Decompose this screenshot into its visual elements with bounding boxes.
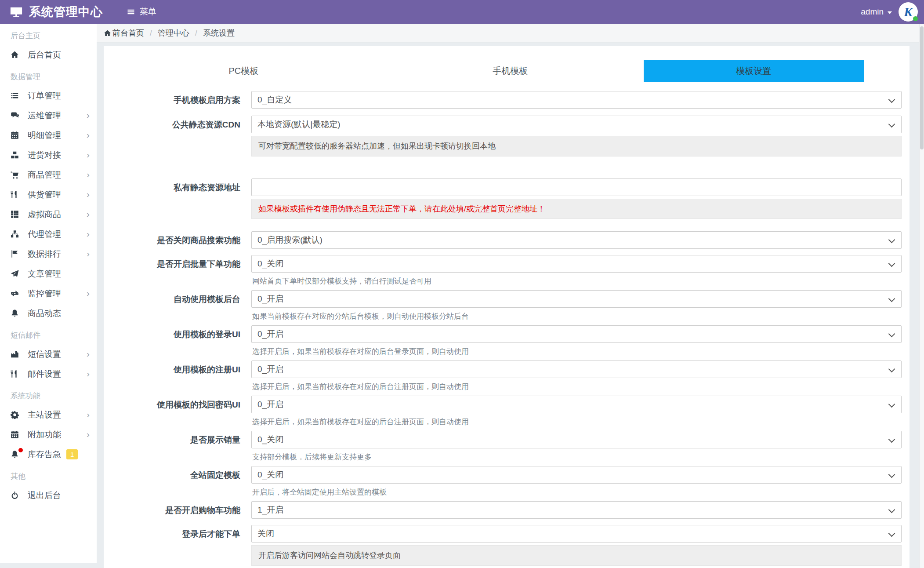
select-value: 1_开启 [257,504,283,516]
vertical-scrollbar[interactable] [919,24,924,568]
sidebar-section-label: 数据管理 [0,65,97,86]
field-label: 是否开启批量下单功能 [104,255,251,286]
menu-toggle[interactable]: 菜单 [127,6,156,18]
sidebar-section-label: 其他 [0,464,97,485]
select-value: 0_关闭 [257,434,283,445]
sidebar-item[interactable]: 后台首页 [0,45,97,65]
select-field[interactable]: 0_关闭 [251,255,902,273]
paper-plane-icon [11,269,21,278]
top-navbar: 系统管理中心 菜单 admin K [0,0,924,24]
text-input[interactable] [251,178,902,196]
breadcrumb-item[interactable]: 管理中心 [158,29,189,37]
select-value: 0_开启 [257,293,283,305]
sidebar-item[interactable]: 文章管理 [0,264,97,284]
sidebar-item[interactable]: 附加功能› [0,425,97,444]
form-row: 公共静态资源CDN本地资源(默认|最稳定)可对带宽配置较低的服务器站点加速，但如… [104,116,902,157]
select-field[interactable]: 0_开启 [251,396,902,413]
scrollbar-thumb[interactable] [920,26,924,149]
app-title: 系统管理中心 [29,4,103,20]
count-badge: 1 [66,449,78,459]
main-content: PC模板手机模板模板设置 手机模板启用方案0_自定义公共静态资源CDN本地资源(… [97,43,924,568]
sidebar-item[interactable]: 商品动态 [0,303,97,323]
bell-icon [11,309,21,317]
cutlery-icon [11,190,21,199]
sidebar-item-label: 文章管理 [28,268,61,280]
field-control: 0_开启选择开启后，如果当前模板存在对应的后台注册页面，则自动使用 [251,396,902,427]
select-field[interactable]: 0_启用搜索(默认) [251,231,902,249]
breadcrumb-home[interactable]: 前台首页 [104,28,144,38]
user-menu[interactable]: admin [861,7,892,17]
sidebar-item-label: 运维管理 [28,110,61,121]
field-label: 使用模板的登录UI [104,325,251,357]
field-label: 是否展示销量 [104,431,251,462]
field-label: 私有静态资源地址 [104,178,251,219]
chevron-right-icon: › [87,189,90,200]
avatar[interactable]: K [899,2,918,22]
field-control: 1_开启 [251,501,902,519]
sidebar-item[interactable]: 监控管理› [0,284,97,303]
form-row: 登录后才能下单关闭开启后游客访问网站会自动跳转登录页面 [104,525,902,566]
field-control: 0_开启选择开启后，如果当前模板存在对应的后台登录页面，则自动使用 [251,325,902,357]
tab[interactable]: 手机模板 [377,60,644,82]
sidebar-item[interactable]: 订单管理 [0,86,97,106]
select-field[interactable]: 关闭 [251,525,902,543]
select-value: 0_开启 [257,328,283,340]
flag-icon [11,250,21,258]
sidebar-item-label: 虚拟商品 [28,209,61,220]
calendar-icon [11,430,21,439]
select-field[interactable]: 0_开启 [251,325,902,343]
sidebar-item[interactable]: 主站设置› [0,405,97,425]
field-label: 手机模板启用方案 [104,91,251,109]
power-icon [11,491,21,499]
select-field[interactable]: 0_关闭 [251,466,902,484]
field-control: 如果模板或插件有使用伪静态且无法正常下单，请在此处填/或完整首页完整地址！ [251,178,902,219]
field-control: 0_关闭开启后，将全站固定使用主站设置的模板 [251,466,902,497]
sidebar-item[interactable]: 邮件设置› [0,364,97,384]
select-value: 0_自定义 [257,94,292,106]
tab[interactable]: 模板设置 [644,60,864,82]
sidebar-item[interactable]: 运维管理› [0,106,97,125]
sidebar-item[interactable]: 代理管理› [0,224,97,244]
monitor-icon [10,5,23,18]
select-field[interactable]: 1_开启 [251,501,902,519]
field-control: 0_自定义 [251,91,902,109]
chevron-right-icon: › [87,130,90,141]
chevron-right-icon: › [87,288,90,299]
sidebar-item-label: 商品管理 [28,169,61,181]
sidebar-item[interactable]: 数据排行› [0,244,97,264]
breadcrumb-item: 系统设置 [203,29,235,37]
form-row: 是否开启购物车功能1_开启 [104,501,902,519]
field-help-text: 如果当前模板存在对应的分站后台模板，则自动使用模板分站后台 [252,311,902,321]
breadcrumb-separator: / [195,29,197,37]
select-field[interactable]: 0_自定义 [251,91,902,109]
menu-toggle-label: 菜单 [140,6,156,18]
breadcrumb: 前台首页 /管理中心/系统设置 [97,24,924,43]
alert-dot [18,448,23,452]
sidebar-item[interactable]: 进货对接› [0,145,97,165]
field-help-text: 如果模板或插件有使用伪静态且无法正常下单，请在此处填/或完整首页完整地址！ [251,199,902,219]
hamburger-icon [127,7,135,16]
select-field[interactable]: 0_关闭 [251,431,902,448]
chevron-right-icon: › [87,349,90,360]
sidebar-item[interactable]: 商品管理› [0,165,97,185]
app-brand[interactable]: 系统管理中心 [0,4,115,20]
comments-icon [11,111,21,120]
sidebar-item-label: 监控管理 [28,288,61,299]
sidebar-item[interactable]: 虚拟商品› [0,204,97,224]
sidebar-item[interactable]: 退出后台 [0,485,97,505]
sidebar-item-label: 退出后台 [28,490,61,501]
select-field[interactable]: 0_开启 [251,290,902,308]
sidebar-item[interactable]: 库存告急1 [0,444,97,464]
chevron-right-icon: › [87,110,90,121]
form-row: 自动使用模板后台0_开启如果当前模板存在对应的分站后台模板，则自动使用模板分站后… [104,290,902,321]
tab[interactable]: PC模板 [110,60,377,82]
form-row: 使用模板的注册UI0_开启选择开启后，如果当前模板存在对应的后台注册页面，则自动… [104,360,902,392]
grid-icon [11,210,21,218]
select-field[interactable]: 本地资源(默认|最稳定) [251,116,902,133]
sidebar-item[interactable]: 明细管理› [0,125,97,145]
field-label: 是否关闭商品搜索功能 [104,231,251,249]
sidebar-item[interactable]: 供货管理› [0,185,97,204]
sidebar-item[interactable]: 短信设置› [0,344,97,364]
select-field[interactable]: 0_开启 [251,360,902,378]
sidebar-item-label: 主站设置 [28,409,61,421]
